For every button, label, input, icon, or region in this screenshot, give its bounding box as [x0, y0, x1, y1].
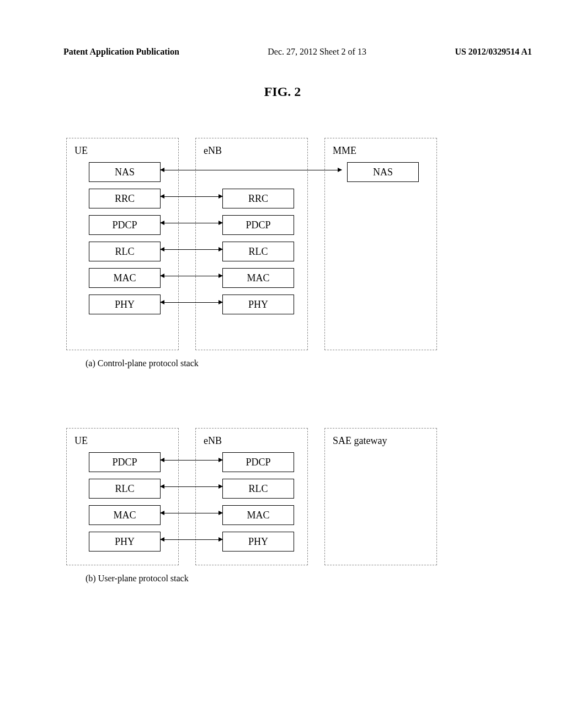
layer-rrc: RRC: [222, 189, 294, 208]
entity-sae: SAE gateway: [324, 428, 437, 565]
enb-label: eNB: [204, 435, 302, 447]
header-right: US 2012/0329514 A1: [455, 47, 532, 57]
header-center: Dec. 27, 2012 Sheet 2 of 13: [268, 47, 366, 57]
layer-rlc: RLC: [89, 242, 161, 261]
enb-label: eNB: [204, 145, 302, 157]
layer-rlc: RLC: [222, 242, 294, 261]
caption-a: (a) Control-plane protocol stack: [86, 358, 565, 368]
layer-mac: MAC: [222, 268, 294, 288]
layer-rlc: RLC: [89, 479, 161, 499]
arrow-rlc: [161, 249, 222, 250]
layer-mac: MAC: [89, 268, 161, 288]
layer-nas: NAS: [89, 162, 161, 182]
arrow-rlc: [161, 486, 222, 487]
arrow-rrc: [161, 196, 222, 197]
arrow-mac: [161, 513, 222, 513]
mme-label: MME: [333, 145, 431, 157]
layer-pdcp: PDCP: [222, 215, 294, 235]
arrow-mac: [161, 276, 222, 276]
layer-rrc: RRC: [89, 189, 161, 208]
entity-ue: UE PDCP RLC MAC PHY: [66, 428, 179, 565]
layer-rlc: RLC: [222, 479, 294, 499]
arrow-pdcp: [161, 223, 222, 223]
caption-b: (b) User-plane protocol stack: [86, 574, 565, 584]
header-left: Patent Application Publication: [63, 47, 179, 57]
diagram-control-plane: UE NAS RRC PDCP RLC MAC PHY eNB RRC PDCP…: [66, 138, 565, 350]
layer-pdcp: PDCP: [89, 452, 161, 472]
entity-enb: eNB PDCP RLC MAC PHY: [195, 428, 308, 565]
layer-phy: PHY: [89, 532, 161, 552]
layer-phy: PHY: [222, 532, 294, 552]
layer-phy: PHY: [89, 295, 161, 314]
arrow-phy: [161, 302, 222, 303]
layer-nas: NAS: [347, 162, 419, 182]
layer-mac: MAC: [89, 505, 161, 525]
figure-title: FIG. 2: [0, 84, 565, 99]
arrow-phy: [161, 539, 222, 540]
layer-pdcp: PDCP: [222, 452, 294, 472]
ue-label: UE: [74, 145, 173, 157]
arrow-nas: [161, 170, 342, 170]
layer-phy: PHY: [222, 295, 294, 314]
diagram-user-plane: UE PDCP RLC MAC PHY eNB PDCP RLC MAC PHY…: [66, 428, 565, 565]
layer-pdcp: PDCP: [89, 215, 161, 235]
ue-label: UE: [74, 435, 173, 447]
layer-mac: MAC: [222, 505, 294, 525]
page-header: Patent Application Publication Dec. 27, …: [0, 0, 565, 57]
sae-label: SAE gateway: [333, 435, 431, 447]
arrow-pdcp: [161, 460, 222, 461]
